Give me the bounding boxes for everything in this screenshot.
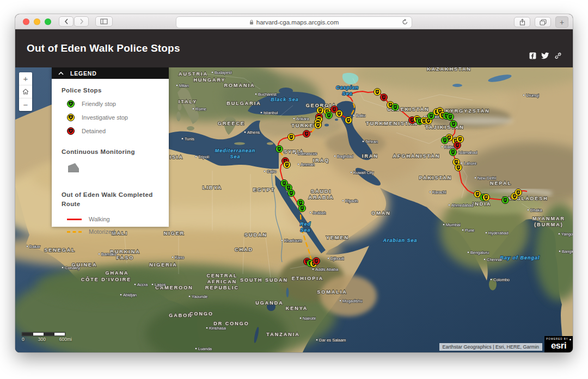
facebook-icon[interactable] (529, 52, 536, 59)
country-label: TAJIKISTAN (425, 125, 464, 130)
sidebar-button[interactable] (95, 16, 113, 27)
city-label: Riyadh (345, 198, 358, 203)
city-label: Lahore (464, 161, 476, 166)
svg-text:P: P (328, 114, 330, 117)
map-canvas[interactable]: AUSTRIAHUNGARYROMANIABULGARIAITALYGREECE… (15, 67, 573, 352)
country-label: CONGO (189, 311, 213, 316)
address-bar[interactable]: harvard-cga.maps.arcgis.com (176, 16, 412, 28)
police-stop-marker-investigative[interactable]: P (457, 136, 464, 143)
city-dot (297, 163, 299, 165)
city-dot (244, 131, 246, 133)
svg-text:P: P (333, 108, 335, 111)
legend-item-label: Motorized (89, 228, 115, 235)
legend-body: Police Stops P Friendly stop P Investiga… (52, 79, 169, 227)
city-label: Budapest (215, 70, 232, 75)
map-attribution: Earthstar Geographics | Esri, HERE, Garm… (439, 343, 542, 351)
scale-bar: 0 300 600mi (22, 332, 72, 342)
city-label: Nairobi (303, 316, 316, 321)
police-stop-marker-investigative[interactable]: P (315, 122, 322, 129)
svg-text:P: P (504, 198, 506, 202)
city-label: Jeddah (313, 210, 326, 215)
svg-text:P: P (456, 144, 458, 147)
police-stop-marker-investigative[interactable]: P (345, 117, 352, 124)
back-button[interactable] (59, 16, 74, 27)
forward-button[interactable] (74, 16, 89, 27)
city-label: Kano (175, 255, 185, 260)
police-stop-marker-investigative[interactable]: P (515, 189, 522, 196)
zoom-in-button[interactable]: + (19, 72, 32, 85)
home-button[interactable] (19, 85, 32, 98)
country-label: INDIA (473, 201, 492, 207)
police-stop-marker-friendly[interactable]: P (299, 205, 306, 212)
svg-text:P: P (517, 191, 519, 194)
city-dot (206, 327, 207, 328)
monitoring-polygon-icon (67, 163, 80, 173)
scale-bar-segments (22, 332, 65, 336)
city-label: Hyderabad (488, 231, 509, 235)
share-link-icon[interactable] (554, 52, 562, 59)
share-button[interactable] (514, 17, 530, 27)
police-stop-marker-investigative[interactable]: P (374, 89, 381, 96)
police-stop-marker-friendly[interactable]: P (442, 137, 449, 144)
city-dot (120, 294, 121, 295)
city-label: Rome (195, 107, 206, 111)
esri-badge[interactable]: POWERED BY esri (544, 336, 573, 352)
city-dot (255, 93, 256, 95)
city-label: Dar es Salaam (319, 338, 346, 343)
city-label: Athens (247, 130, 260, 135)
svg-text:P: P (449, 115, 451, 119)
legend-header[interactable]: LEGEND (52, 67, 169, 79)
city-dot (195, 156, 197, 157)
country-label: SUDAN (244, 232, 267, 238)
city-dot (485, 232, 487, 233)
svg-text:P: P (459, 138, 461, 141)
city-dot (362, 140, 364, 142)
reload-button[interactable] (402, 18, 408, 27)
country-label: CENTRALAFRICANREPUBLIC (205, 273, 239, 290)
zoom-out-button[interactable]: − (19, 98, 32, 111)
city-dot (316, 339, 317, 340)
police-stop-marker-friendly[interactable]: P (450, 121, 457, 128)
home-icon (22, 89, 29, 95)
legend-item-detained: P Detained (67, 127, 159, 135)
legend-header-label: LEGEND (70, 70, 97, 77)
svg-text:P: P (286, 163, 288, 166)
city-dot (192, 108, 194, 109)
country-label: CHAD (235, 247, 253, 252)
police-stop-marker-friendly[interactable]: P (326, 112, 333, 119)
close-window-button[interactable] (23, 18, 29, 25)
police-stop-marker-detained[interactable]: P (303, 131, 310, 138)
country-label: ETHIOPIA (292, 276, 324, 281)
police-stop-marker-friendly[interactable]: P (447, 114, 454, 121)
country-label: TANZANIA (266, 332, 299, 337)
svg-text:P: P (448, 136, 450, 139)
police-stop-marker-friendly[interactable]: P (276, 146, 283, 153)
police-stop-marker-investigative[interactable]: P (336, 110, 343, 117)
country-label: OMAN (371, 210, 391, 216)
police-stop-marker-investigative[interactable]: P (317, 107, 324, 114)
tab-overview-button[interactable] (535, 17, 551, 27)
country-label: BULGARIA (226, 101, 261, 106)
police-stop-marker-detained[interactable]: P (313, 258, 320, 265)
police-stop-marker-detained[interactable]: P (381, 94, 388, 101)
walking-line-icon (67, 219, 82, 220)
legend-section-route: Out of Eden Walk Completed Route (62, 190, 159, 208)
police-stop-marker-friendly[interactable]: P (288, 190, 295, 197)
city-dot (443, 223, 444, 225)
city-dot (350, 171, 352, 173)
twitter-icon[interactable] (541, 52, 549, 59)
country-label: BANGLADESH (503, 196, 548, 201)
police-stop-marker-investigative[interactable]: P (288, 134, 295, 141)
city-dot (312, 268, 314, 270)
police-stop-marker-friendly[interactable]: P (392, 104, 399, 111)
new-tab-button[interactable]: + (555, 16, 568, 28)
svg-text:P: P (430, 114, 432, 117)
minimize-window-button[interactable] (34, 18, 40, 25)
police-stop-marker-investigative[interactable]: P (483, 194, 490, 201)
police-stop-marker-friendly[interactable]: P (502, 197, 509, 204)
police-stop-marker-friendly[interactable]: P (450, 149, 457, 156)
svg-text:P: P (315, 259, 317, 263)
police-stop-marker-investigative[interactable]: P (284, 161, 291, 169)
zoom-window-button[interactable] (45, 18, 51, 25)
police-stop-marker-investigative[interactable]: P (455, 164, 462, 171)
